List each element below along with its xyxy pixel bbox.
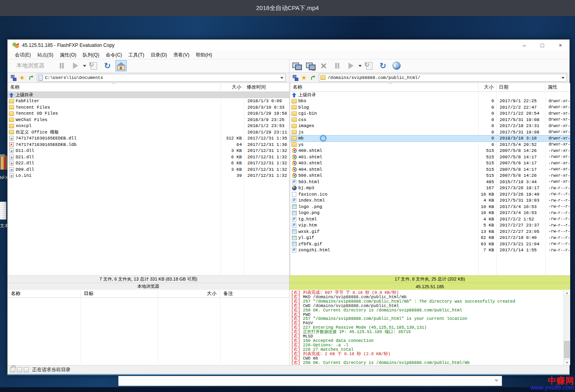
local-file-row[interactable]: Lo.ini392017/12/31 1:32	[8, 173, 289, 179]
local-file-row[interactable]: Tencent Files2018/3/10 0:33	[8, 104, 289, 111]
chevron-down-icon[interactable]	[494, 380, 498, 382]
start-transfer-button[interactable]	[345, 60, 356, 71]
abort-button[interactable]: ×	[318, 60, 329, 71]
connect-button[interactable]	[291, 60, 302, 71]
menu-sites[interactable]: 站点(S)	[34, 52, 57, 59]
column-header-size[interactable]: 大小	[221, 84, 244, 91]
menu-queue[interactable]: 队列(Q)	[79, 52, 102, 59]
scrollbar-thumb[interactable]	[564, 341, 570, 358]
pause-transfer-button[interactable]	[332, 60, 343, 71]
window-titlebar[interactable]: 45.125.51.185 - FlashFXP Evaluation Copy…	[8, 40, 569, 51]
remote-file-row[interactable]: zfbfk.gif63 KB2017/3/21 21:04-rw-r--r--	[290, 241, 570, 247]
chevron-down-icon[interactable]	[358, 65, 362, 67]
remote-file-row[interactable]: 上级目录	[290, 92, 570, 98]
local-file-row[interactable]: 自定义 Office 模板2018/1/29 23:11	[8, 129, 289, 135]
remote-file-row[interactable]: yl.gif62 KB2017/2/19 0:40-rw-r--r--	[290, 235, 570, 241]
queue-column-note[interactable]: 备注	[220, 290, 289, 297]
queue-column-target[interactable]: 目标	[81, 290, 158, 297]
chevron-down-icon[interactable]	[561, 77, 565, 79]
remote-file-row[interactable]: blog02017/2/2 22:47drwxr-xr-x	[290, 104, 570, 111]
up-directory-icon[interactable]	[310, 75, 316, 81]
remote-file-row[interactable]: bj.mp31672017/3/26 19:17-rw-r--r--	[290, 185, 570, 192]
menu-help[interactable]: 帮助(H)	[192, 52, 215, 59]
bookmarks-icon[interactable]: ★	[301, 75, 307, 81]
remote-path-input[interactable]: /domains/svip88888.com/public_html/	[319, 74, 567, 82]
site-manager-icon[interactable]	[293, 75, 298, 81]
chevron-down-icon[interactable]	[280, 77, 283, 79]
menu-options[interactable]: 属性(O)	[57, 52, 79, 59]
remote-file-row[interactable]: evip.htm5 KB2017/2/27 23:37-rw-r--r--	[290, 222, 570, 229]
remote-file-row-selected[interactable]: mb02018/3/10 3:10drwxr-xr-x	[290, 135, 570, 142]
remote-file-row[interactable]: 500.shtml5152007/5/8 14:26-rwxr-xr-x	[290, 173, 570, 179]
transfer-queue-button[interactable]	[88, 60, 99, 71]
column-header-modified[interactable]: 修改时间	[244, 84, 289, 91]
site-manager-icon[interactable]	[11, 75, 16, 81]
local-file-row[interactable]: Tencent OD Files2018/1/29 19:56	[8, 111, 289, 117]
remote-file-row[interactable]: images02017/2/18 23:31drwxr-xr-x	[290, 123, 570, 129]
remote-file-row[interactable]: favicon.ico16 KB2017/3/26 19:40-rw-r--r-…	[290, 191, 570, 198]
refresh-local-button[interactable]: ↻	[102, 60, 113, 71]
local-file-row[interactable]: D22.dll6 KB2017/12/31 1:32	[8, 160, 289, 167]
menu-tools[interactable]: 工具(T)	[125, 52, 147, 59]
home-folder-button[interactable]	[115, 60, 127, 71]
local-status-label: 本地浏览器	[8, 283, 289, 290]
remote-file-row[interactable]: cgi-bin02017/1/22 20:54drwxr-xr-x	[290, 111, 570, 117]
refresh-remote-button[interactable]: ↻	[377, 60, 389, 71]
local-file-row[interactable]: D11.dll3 KB2017/12/31 1:32	[8, 148, 289, 154]
column-header-attributes[interactable]: 属性	[545, 84, 570, 91]
scroll-up-icon[interactable]: ▲	[564, 290, 570, 296]
column-header-size[interactable]: 大小	[478, 84, 496, 91]
local-file-row[interactable]: D21.dll6 KB2017/12/31 1:32	[8, 154, 289, 160]
maximize-icon[interactable]: □	[533, 40, 551, 51]
log-scrollbar[interactable]: ▲ ▼	[563, 290, 570, 365]
local-file-row[interactable]: WeChat Files2018/3/9 23:25	[8, 117, 289, 123]
winrar-desktop-icon[interactable]	[0, 156, 8, 170]
pause-queue-button[interactable]	[56, 60, 67, 71]
local-file-row[interactable]: xoxcpl2018/1/2 23:53	[8, 123, 289, 129]
bookmarks-icon[interactable]: ★	[19, 75, 25, 81]
close-icon[interactable]: ×	[551, 40, 569, 51]
dropdown-bar[interactable]	[118, 376, 502, 386]
chevron-down-icon[interactable]	[83, 65, 86, 67]
remote-file-row[interactable]: wxsk.gif13 KB2017/2/27 23:05-rw-r--r--	[290, 228, 570, 235]
remote-browser-button[interactable]	[391, 60, 402, 71]
local-file-row[interactable]: D99.dll3 KB2017/12/31 1:32	[8, 166, 289, 173]
remote-file-row[interactable]: bbs02017/9/1 22:25drwxr-xr-x	[290, 98, 570, 105]
queue-column-size[interactable]: 大小	[158, 290, 220, 297]
remote-status: 17 文件, 8 文件夹, 25 总计 (202 KB) 45.125.51.1…	[289, 275, 570, 290]
dll-file-icon	[9, 136, 14, 141]
local-file-row[interactable]: FabFilter2018/1/3 0:09	[8, 98, 289, 105]
local-file-row[interactable]: A74717471639165EEDEB.ldb642017/12/31 1:3…	[8, 141, 289, 148]
local-path-input[interactable]: C:\Users\liu\Documents	[37, 74, 286, 82]
remote-file-row[interactable]: ys02017/5/4 20:52drwxr-xr-x	[290, 141, 570, 148]
column-header-date[interactable]: 日期	[496, 84, 545, 91]
menu-session[interactable]: 会话(E)	[12, 52, 34, 59]
remote-file-row[interactable]: etg.html4 KB2017/2/2 1:52-rw-r--r--	[290, 216, 570, 222]
column-header-name[interactable]: 名称	[290, 84, 478, 91]
up-directory-icon[interactable]	[28, 75, 34, 81]
remote-file-row[interactable]: eindex.html4 KB2017/5/31 19:03-rw-r--r--	[290, 198, 570, 204]
remote-file-row[interactable]: js02017/5/31 19:08drwxr-xr-x	[290, 129, 570, 135]
menu-commands[interactable]: 命令(C)	[103, 52, 126, 59]
disconnect-button[interactable]: ×	[304, 60, 316, 71]
remote-file-row[interactable]: 404.shtml5152007/5/8 14:17-rwxr-xr-x	[290, 166, 570, 173]
remote-file-row[interactable]: e503.html4952015/7/19 3:44-rwxr-xr-x	[290, 179, 570, 185]
queue-column-name[interactable]: 名称	[8, 290, 81, 297]
remote-file-row[interactable]: logo.png10 KB2017/3/4 16:53-rw-r--r--	[290, 210, 570, 216]
remote-file-row[interactable]: 400.shtml5152007/5/8 14:26-rwxr-xr-x	[290, 148, 570, 154]
scroll-down-icon[interactable]: ▼	[564, 359, 570, 365]
remote-file-row[interactable]: 401.shtml5152007/5/8 14:17-rwxr-xr-x	[290, 154, 570, 160]
remote-file-row[interactable]: css02017/5/31 19:08drwxr-xr-x	[290, 117, 570, 123]
remote-file-row[interactable]: ezongzhi.html7 KB2017/1/14 1:55-rw-r--r-…	[290, 247, 570, 254]
local-browser-dropdown[interactable]: 本地浏览器	[16, 62, 45, 69]
remote-file-row[interactable]: logo .png10 KB2017/3/4 16:53-rw-r--r--	[290, 204, 570, 210]
remote-transfer-button[interactable]	[364, 60, 375, 71]
minimize-icon[interactable]: –	[515, 40, 533, 51]
menu-directory[interactable]: 目录(D)	[148, 52, 170, 59]
start-queue-button[interactable]	[70, 60, 81, 71]
menu-view[interactable]: 查看(V)	[170, 52, 192, 59]
remote-file-row[interactable]: 403.shtml5152007/5/8 14:17-rwxr-xr-x	[290, 160, 570, 167]
notepad-desktop-icon[interactable]	[0, 202, 6, 220]
local-file-row[interactable]: 上级目录	[8, 92, 289, 98]
local-file-row[interactable]: 74717471639165EEDEB.dll312 KB2017/12/31 …	[8, 135, 289, 142]
